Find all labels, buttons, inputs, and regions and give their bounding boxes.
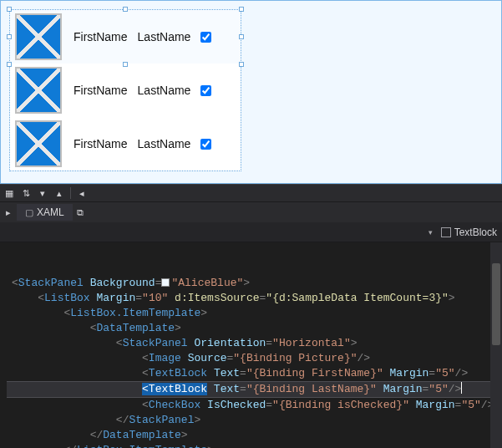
list-item[interactable]: FirstName LastName [10,10,241,64]
code-line[interactable]: <ListBox.ItemTemplate> [7,306,502,321]
code-line[interactable]: </ListBox.ItemTemplate> [7,443,502,448]
breadcrumb-bar: ▾ TextBlock [0,222,502,242]
firstname-text: FirstName [74,30,128,43]
xaml-doc-icon: ▢ [25,207,33,218]
list-item[interactable]: FirstName LastName [10,64,241,117]
grid-icon[interactable]: ▦ [3,187,15,199]
code-line[interactable]: <DataTemplate> [7,321,502,336]
popout-icon[interactable]: ⧉ [74,206,86,218]
placeholder-image [15,67,62,114]
collapse-down-icon[interactable]: ▾ [37,187,48,199]
code-line[interactable]: <StackPanel Background="AliceBlue"> [7,276,502,291]
lastname-text: LastName [138,137,191,150]
code-line[interactable]: </DataTemplate> [7,428,502,443]
vertical-scrollbar[interactable] [490,242,502,448]
firstname-text: FirstName [74,137,128,150]
breadcrumb-dropdown-icon[interactable]: ▾ [428,228,433,237]
selection-handle[interactable] [123,62,128,67]
swap-panes-icon[interactable]: ⇅ [20,187,32,199]
lastname-text: LastName [138,30,191,43]
selection-handle[interactable] [239,7,244,12]
tab-xaml[interactable]: ▢ XAML [17,204,73,221]
text-caret [461,382,462,394]
design-surface[interactable]: FirstName LastName FirstName LastName Fi… [0,0,502,184]
item-checkbox[interactable] [200,139,211,150]
selection-handle[interactable] [7,62,12,67]
placeholder-image [15,120,62,167]
list-item[interactable]: FirstName LastName [10,117,241,171]
selection-handle[interactable] [7,34,12,39]
xaml-editor[interactable]: <StackPanel Background="AliceBlue"> <Lis… [0,242,502,448]
firstname-text: FirstName [74,84,128,97]
selection-handle[interactable] [239,34,244,39]
item-checkbox[interactable] [200,85,211,96]
selection-handle[interactable] [7,7,12,12]
tab-label: XAML [37,206,64,218]
code-line[interactable]: <TextBlock Text="{Binding FirstName}" Ma… [7,366,502,381]
placeholder-image [15,13,62,60]
item-checkbox[interactable] [200,32,211,43]
code-line[interactable]: <TextBlock Text="{Binding LastName}" Mar… [7,381,502,398]
code-line[interactable]: <StackPanel Orientation="Horizontal"> [7,336,502,351]
code-line[interactable]: </StackPanel> [7,413,502,428]
xaml-tabbar: ▸ ▢ XAML ⧉ [0,202,502,222]
collapse-up-icon[interactable]: ▴ [53,187,65,199]
lastname-text: LastName [138,84,191,97]
arrow-left-icon[interactable]: ◂ [76,187,88,199]
expand-pane-icon[interactable]: ▸ [2,207,15,218]
listbox-control[interactable]: FirstName LastName FirstName LastName Fi… [9,9,241,171]
element-icon [441,227,451,237]
toolbar-separator [70,187,71,199]
code-line[interactable]: <ListBox Margin="10" d:ItemsSource="{d:S… [7,291,502,306]
breadcrumb-current[interactable]: TextBlock [454,227,497,238]
designer-toolbar: ▦ ⇅ ▾ ▴ ◂ [0,184,502,202]
selection-handle[interactable] [123,7,128,12]
scrollbar-thumb[interactable] [492,263,500,345]
code-line[interactable]: <Image Source="{Binding Picture}"/> [7,351,502,366]
code-line[interactable]: <CheckBox IsChecked="{Binding isChecked}… [7,398,502,413]
selection-handle[interactable] [239,62,244,67]
